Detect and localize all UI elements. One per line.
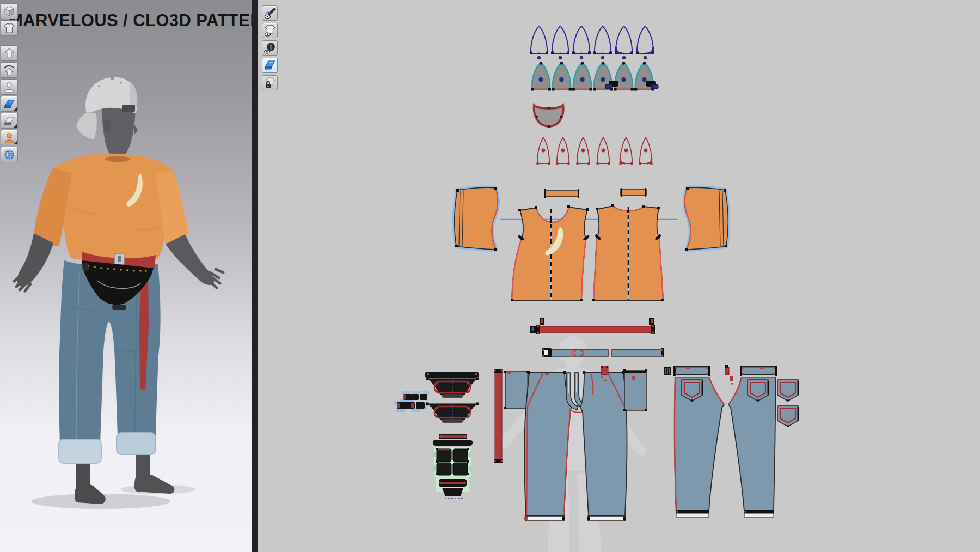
tshirt-lock-icon <box>264 76 277 89</box>
pattern-canvas[interactable] <box>258 0 980 552</box>
jeans-back-leg-right[interactable] <box>728 377 776 517</box>
flyout-triangle <box>14 124 17 128</box>
pattern-canvas-2d[interactable] <box>258 0 980 552</box>
globe-icon <box>3 148 16 161</box>
jeans-front-leg-right[interactable] <box>580 366 627 521</box>
cap-brim[interactable] <box>533 104 565 128</box>
jeans-back-leg-left[interactable] <box>675 377 724 517</box>
box-3d-icon <box>3 5 16 18</box>
jeans-belt-tabs <box>725 365 733 385</box>
flyout-triangle <box>14 107 17 111</box>
jeans-waistband-left[interactable] <box>673 366 710 376</box>
avatar-3d <box>0 0 252 552</box>
fanny-strap-pieces[interactable] <box>394 391 429 412</box>
zipper-piece[interactable] <box>664 367 671 375</box>
avatar-orange-tool-button[interactable] <box>1 130 18 145</box>
garment-tool-button[interactable] <box>1 20 18 36</box>
fabric-gray-tool-button[interactable] <box>1 113 18 129</box>
cap-crown-outlines[interactable] <box>530 26 654 54</box>
right-toolbar <box>262 5 278 90</box>
tshirt-back[interactable] <box>592 204 664 301</box>
fabric-view-button[interactable] <box>262 58 278 73</box>
jeans-side-strip[interactable] <box>494 369 503 463</box>
garment-visibility-button[interactable] <box>262 23 278 38</box>
cap-lining-panels[interactable] <box>537 137 653 165</box>
tshirt-front[interactable] <box>511 205 589 301</box>
avatar-tool-button[interactable] <box>1 79 18 95</box>
jeans-cuff-left <box>59 439 101 463</box>
tshirt-sleeve-left[interactable] <box>455 187 498 251</box>
jeans-pocket-bag-right[interactable] <box>623 369 647 411</box>
avatar-tshirt <box>34 154 188 262</box>
jeans-pocket-bag-left[interactable] <box>504 371 529 409</box>
jeans-back-group[interactable] <box>673 365 799 517</box>
flyout-triangle <box>14 141 17 144</box>
jeans-waistband-right[interactable] <box>740 366 777 376</box>
viewport-3d[interactable]: MARVELOUS / CLO3D PATTERNS <box>0 0 252 552</box>
arrow-up-icon <box>3 47 16 60</box>
fabric-blue-tool-button[interactable] <box>1 96 18 112</box>
info-visibility-button[interactable] <box>262 40 278 56</box>
left-toolbar <box>1 3 19 162</box>
marvelous-clo3d-window: MARVELOUS / CLO3D PATTERNS <box>0 0 980 552</box>
belt-red[interactable] <box>536 325 655 334</box>
box-3d-tool-button[interactable] <box>1 3 18 19</box>
belt-webbing[interactable] <box>542 348 664 357</box>
cap-notch-dots <box>537 56 647 59</box>
info-eye-icon <box>264 41 277 54</box>
tshirt-sleeve-right[interactable] <box>685 187 728 251</box>
fanny-pocket-squares[interactable] <box>433 447 471 477</box>
fabric-blue-icon <box>264 59 277 72</box>
arrow-bend-tool-button[interactable] <box>1 62 18 78</box>
globe-tool-button[interactable] <box>1 147 18 162</box>
pen-visibility-button[interactable] <box>262 5 278 21</box>
pen-eye-icon <box>264 7 277 20</box>
person-icon <box>3 81 16 94</box>
jeans-back-pockets[interactable] <box>777 379 799 427</box>
tshirt-eye-icon <box>264 24 277 37</box>
tshirt-neckband-strips[interactable] <box>544 188 646 198</box>
fanny-flap-piece[interactable] <box>436 477 469 498</box>
arrow-bend-icon <box>3 64 16 77</box>
jeans-front-leg-left[interactable] <box>524 371 572 521</box>
arrow-up-tool-button[interactable] <box>1 45 18 61</box>
cap-crown-panels[interactable] <box>531 62 658 90</box>
jeans-cuff-right <box>117 433 156 454</box>
fanny-pack-group[interactable] <box>394 372 479 498</box>
tshirt-icon <box>3 22 16 35</box>
garment-lock-button[interactable] <box>262 75 278 90</box>
